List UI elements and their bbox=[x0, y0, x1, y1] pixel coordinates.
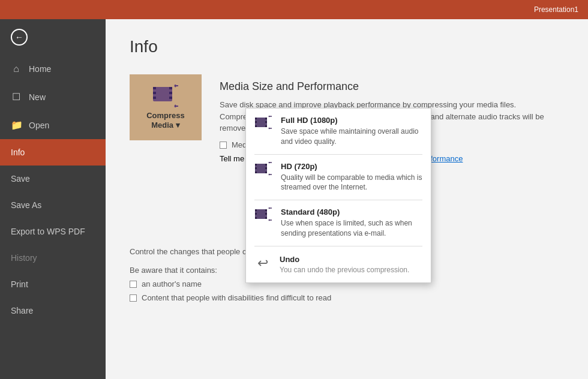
svg-rect-6 bbox=[169, 97, 172, 99]
svg-rect-42 bbox=[255, 217, 257, 219]
dropdown-item-hd[interactable]: HD (720p) Quality will be comparable to … bbox=[246, 155, 431, 200]
svg-line-22 bbox=[269, 116, 269, 117]
sidebar-item-home[interactable]: ⌂ Home bbox=[0, 55, 106, 83]
svg-rect-30 bbox=[265, 164, 267, 166]
undo-icon: ↩ bbox=[254, 255, 271, 272]
hd-desc: Quality will be comparable to media whic… bbox=[281, 173, 422, 193]
sidebar-label-home: Home bbox=[29, 64, 51, 74]
back-icon: ← bbox=[11, 29, 28, 46]
sidebar-item-save[interactable]: Save bbox=[0, 166, 106, 192]
bottom-item-2: an author's name bbox=[142, 279, 202, 288]
svg-line-38 bbox=[269, 175, 269, 175]
sidebar-item-share[interactable]: Share bbox=[0, 297, 106, 324]
bottom-check-row-2: Content that people with disabilities fi… bbox=[130, 293, 564, 302]
svg-rect-32 bbox=[265, 172, 267, 173]
compress-media-container: Compress Media ▾ bbox=[130, 74, 202, 163]
svg-rect-41 bbox=[255, 213, 257, 215]
dropdown-item-standard[interactable]: Standard (480p) Use when space is limite… bbox=[246, 200, 431, 246]
svg-rect-43 bbox=[265, 209, 267, 211]
svg-line-25 bbox=[269, 128, 269, 129]
undo-title: Undo bbox=[280, 255, 409, 264]
bottom-checkbox-2 bbox=[130, 294, 137, 302]
svg-rect-2 bbox=[153, 92, 156, 94]
main-content: Info bbox=[106, 19, 588, 379]
sidebar-label-saveas: Save As bbox=[11, 200, 41, 210]
standard-icon bbox=[254, 207, 272, 225]
bottom-item-1: Content that people with disabilities fi… bbox=[142, 293, 331, 302]
svg-rect-45 bbox=[265, 217, 267, 219]
svg-rect-31 bbox=[265, 167, 267, 169]
compress-media-icon bbox=[152, 85, 179, 107]
svg-line-51 bbox=[269, 220, 269, 221]
svg-rect-40 bbox=[255, 209, 257, 211]
sidebar-item-new[interactable]: ☐ New bbox=[0, 83, 106, 111]
sidebar-back-button[interactable]: ← bbox=[0, 19, 106, 55]
sidebar-item-info[interactable]: Info bbox=[0, 139, 106, 166]
svg-rect-29 bbox=[255, 172, 257, 173]
svg-line-12 bbox=[175, 106, 176, 107]
sidebar-label-save: Save bbox=[11, 174, 30, 184]
sidebar-label-info: Info bbox=[11, 148, 25, 157]
svg-rect-16 bbox=[255, 125, 257, 127]
svg-rect-19 bbox=[265, 125, 267, 127]
compress-media-button[interactable]: Compress Media ▾ bbox=[130, 74, 202, 140]
dropdown-item-undo[interactable]: ↩ Undo You can undo the previous compres… bbox=[246, 246, 431, 282]
svg-rect-27 bbox=[255, 164, 257, 166]
bottom-checkbox-1 bbox=[130, 281, 137, 288]
sidebar-item-print[interactable]: Print bbox=[0, 271, 106, 297]
svg-line-35 bbox=[269, 163, 269, 163]
svg-rect-14 bbox=[255, 118, 257, 119]
page-title: Info bbox=[130, 37, 564, 56]
dropdown-item-fullhd[interactable]: Full HD (1080p) Save space while maintai… bbox=[246, 109, 431, 154]
hd-icon bbox=[254, 162, 272, 180]
fullhd-title: Full HD (1080p) bbox=[281, 116, 422, 125]
standard-desc: Use when space is limited, such as when … bbox=[281, 218, 422, 239]
svg-rect-5 bbox=[169, 92, 172, 94]
svg-rect-4 bbox=[169, 87, 172, 89]
fullhd-icon bbox=[254, 116, 272, 134]
checkbox-1 bbox=[220, 142, 227, 149]
svg-rect-15 bbox=[255, 121, 257, 123]
svg-rect-3 bbox=[153, 97, 156, 99]
sidebar-label-new: New bbox=[29, 92, 46, 102]
hd-title: HD (720p) bbox=[281, 162, 422, 171]
svg-rect-1 bbox=[153, 87, 156, 89]
svg-rect-28 bbox=[255, 167, 257, 169]
awareness-text: Be aware that it contains: bbox=[130, 266, 217, 275]
home-icon: ⌂ bbox=[11, 64, 22, 74]
svg-line-48 bbox=[269, 208, 269, 209]
svg-rect-17 bbox=[265, 118, 267, 119]
fullhd-desc: Save space while maintaining overall aud… bbox=[281, 127, 422, 147]
standard-title: Standard (480p) bbox=[281, 207, 422, 216]
sidebar: ← ⌂ Home ☐ New 📁 Open Info Save Save As … bbox=[0, 19, 106, 379]
compress-dropdown: Full HD (1080p) Save space while maintai… bbox=[245, 108, 431, 283]
open-icon: 📁 bbox=[11, 119, 22, 131]
sidebar-label-share: Share bbox=[11, 306, 33, 315]
compress-button-label: Compress Media ▾ bbox=[146, 111, 185, 130]
svg-rect-44 bbox=[265, 213, 267, 215]
sidebar-item-saveas[interactable]: Save As bbox=[0, 192, 106, 218]
info-section-title: Media Size and Performance bbox=[220, 80, 564, 93]
new-icon: ☐ bbox=[11, 91, 22, 103]
undo-desc: You can undo the previous compression. bbox=[280, 266, 409, 274]
sidebar-label-print: Print bbox=[11, 279, 28, 289]
sidebar-label-open: Open bbox=[29, 121, 49, 130]
sidebar-label-history: History bbox=[11, 253, 37, 263]
sidebar-label-export: Export to WPS PDF bbox=[11, 227, 85, 236]
sidebar-item-open[interactable]: 📁 Open bbox=[0, 111, 106, 139]
title-bar-filename: Presentation1 bbox=[534, 5, 578, 14]
svg-rect-18 bbox=[265, 121, 267, 123]
sidebar-item-export[interactable]: Export to WPS PDF bbox=[0, 218, 106, 245]
sidebar-item-history: History bbox=[0, 245, 106, 271]
svg-line-9 bbox=[175, 86, 176, 87]
